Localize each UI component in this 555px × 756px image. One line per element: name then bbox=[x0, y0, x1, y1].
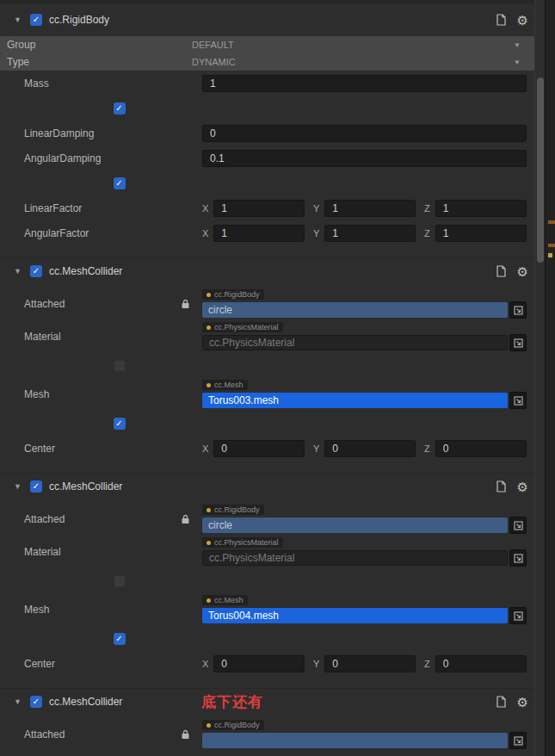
vector-input[interactable] bbox=[435, 440, 527, 457]
gear-icon[interactable]: ⚙ bbox=[517, 265, 528, 278]
asset-field-line: circle bbox=[202, 517, 527, 534]
property-control: cc.RigidBody bbox=[202, 720, 527, 749]
dropdown-group[interactable]: DEFAULT▼ bbox=[185, 36, 527, 53]
property-checkbox[interactable]: ✓ bbox=[114, 102, 126, 115]
property-checkbox[interactable]: ✓ bbox=[114, 633, 126, 645]
header-icons: ⚙ bbox=[496, 480, 528, 493]
vector-input[interactable] bbox=[435, 655, 527, 672]
property-row-group: GroupDEFAULT▼ bbox=[0, 36, 534, 53]
property-row-allowsleep: AllowSleep✓ bbox=[0, 96, 32, 121]
vector-input[interactable] bbox=[435, 225, 527, 242]
vector-component: Y bbox=[313, 655, 416, 672]
asset-picker-button[interactable] bbox=[509, 607, 527, 624]
property-label-cell: IsTrigger bbox=[0, 360, 114, 372]
component-section: ▼✓cc.RigidBody⚙GroupDEFAULT▼TypeDYNAMIC▼… bbox=[0, 7, 534, 257]
axis-label: X bbox=[202, 203, 208, 214]
value-input[interactable] bbox=[202, 75, 527, 92]
property-label-cell: Mesh bbox=[24, 388, 202, 400]
property-row-material: Materialcc.PhysicsMaterialcc.PhysicsMate… bbox=[0, 320, 534, 353]
component-enabled-checkbox[interactable]: ✓ bbox=[30, 696, 42, 708]
vector-input[interactable] bbox=[435, 200, 527, 217]
asset-picker-button[interactable] bbox=[509, 392, 527, 409]
property-row-lineardamping: LinearDamping bbox=[0, 121, 534, 146]
lock-icon bbox=[181, 299, 190, 309]
scrollbar-thumb[interactable] bbox=[537, 77, 544, 263]
vector-component: Z bbox=[424, 225, 527, 242]
asset-picker-button[interactable] bbox=[509, 517, 527, 534]
property-label-cell: Mass bbox=[24, 77, 202, 90]
collapse-arrow-icon[interactable]: ▼ bbox=[14, 482, 23, 491]
axis-label: Z bbox=[424, 659, 430, 669]
checkmark-icon: ✓ bbox=[115, 419, 122, 428]
vector-component: Z bbox=[424, 200, 527, 217]
property-control: XYZ bbox=[202, 440, 527, 457]
type-badge: cc.RigidBody bbox=[202, 720, 264, 730]
vector-component: Y bbox=[313, 225, 416, 242]
vector-input[interactable] bbox=[324, 200, 416, 217]
vector-input[interactable] bbox=[213, 440, 305, 457]
asset-value: Torus004.mesh bbox=[208, 610, 279, 622]
asset-field[interactable]: circle bbox=[202, 517, 508, 533]
property-label: Attached bbox=[24, 728, 65, 741]
checkmark-icon: ✓ bbox=[115, 635, 122, 643]
component-body: GroupDEFAULT▼TypeDYNAMIC▼MassAllowSleep✓… bbox=[0, 33, 534, 257]
vector-component: Z bbox=[424, 440, 527, 457]
collapse-arrow-icon[interactable]: ▼ bbox=[14, 15, 23, 24]
gear-icon[interactable]: ⚙ bbox=[517, 14, 528, 27]
badge-dot-icon bbox=[207, 293, 211, 297]
doc-icon[interactable] bbox=[496, 696, 506, 708]
asset-field[interactable]: Torus004.mesh bbox=[202, 608, 508, 623]
value-input[interactable] bbox=[202, 150, 527, 167]
edge-marker bbox=[548, 253, 552, 257]
collapse-arrow-icon[interactable]: ▼ bbox=[14, 267, 23, 276]
value-input[interactable] bbox=[202, 125, 527, 142]
component-title: cc.MeshCollider bbox=[49, 265, 122, 277]
collapse-arrow-icon[interactable]: ▼ bbox=[14, 697, 23, 706]
gear-icon[interactable]: ⚙ bbox=[517, 480, 528, 493]
property-control: XYZ bbox=[202, 225, 527, 242]
component-enabled-checkbox[interactable]: ✓ bbox=[30, 14, 42, 26]
asset-field[interactable] bbox=[202, 733, 508, 748]
property-label-cell: AngularDamping bbox=[24, 152, 202, 164]
component-enabled-checkbox[interactable]: ✓ bbox=[30, 265, 42, 277]
vector3-field: XYZ bbox=[202, 200, 527, 217]
vector-input[interactable] bbox=[324, 440, 416, 457]
asset-field[interactable]: cc.PhysicsMaterial bbox=[202, 550, 508, 566]
component-enabled-checkbox[interactable]: ✓ bbox=[30, 480, 42, 493]
vector-input[interactable] bbox=[324, 655, 416, 672]
doc-icon[interactable] bbox=[496, 480, 506, 493]
asset-picker-button[interactable] bbox=[509, 732, 527, 749]
doc-icon[interactable] bbox=[496, 14, 506, 26]
asset-field[interactable]: cc.PhysicsMaterial bbox=[202, 335, 508, 350]
gear-icon[interactable]: ⚙ bbox=[517, 696, 528, 709]
edge-marker bbox=[548, 244, 555, 247]
component-body: Attachedcc.RigidBodycircleMaterialcc.Phy… bbox=[0, 499, 534, 688]
property-checkbox[interactable]: ✓ bbox=[114, 177, 126, 189]
vector-input[interactable] bbox=[213, 225, 305, 242]
vector-input[interactable] bbox=[213, 200, 305, 217]
property-control: cc.RigidBodycircle bbox=[202, 505, 527, 534]
vector-input[interactable] bbox=[324, 225, 416, 242]
component-section: ▼✓cc.MeshCollider底下还有⚙Attachedcc.RigidBo… bbox=[0, 688, 534, 756]
property-checkbox[interactable] bbox=[114, 360, 126, 372]
asset-field-column: cc.RigidBodycircle bbox=[202, 289, 527, 319]
badge-label: cc.RigidBody bbox=[214, 506, 260, 514]
asset-picker-button[interactable] bbox=[509, 549, 527, 567]
checkmark-icon: ✓ bbox=[33, 697, 40, 706]
type-badge: cc.Mesh bbox=[202, 380, 248, 390]
vector-input[interactable] bbox=[213, 655, 305, 672]
badge-dot-icon bbox=[207, 508, 211, 512]
badge-dot-icon bbox=[207, 598, 211, 603]
property-checkbox[interactable]: ✓ bbox=[114, 418, 126, 430]
asset-picker-button[interactable] bbox=[509, 334, 527, 351]
property-checkbox[interactable] bbox=[114, 575, 126, 587]
component-section: ▼✓cc.MeshCollider⚙Attachedcc.RigidBodyci… bbox=[0, 257, 534, 473]
scrollbar-track[interactable] bbox=[534, 0, 545, 756]
asset-field[interactable]: Torus003.mesh bbox=[202, 393, 508, 408]
dropdown-type[interactable]: DYNAMIC▼ bbox=[185, 53, 527, 71]
doc-icon[interactable] bbox=[496, 265, 506, 277]
asset-picker-button[interactable] bbox=[509, 301, 527, 319]
property-control: XYZ bbox=[202, 200, 527, 217]
asset-field[interactable]: circle bbox=[202, 302, 508, 318]
checkmark-icon: ✓ bbox=[115, 179, 122, 188]
